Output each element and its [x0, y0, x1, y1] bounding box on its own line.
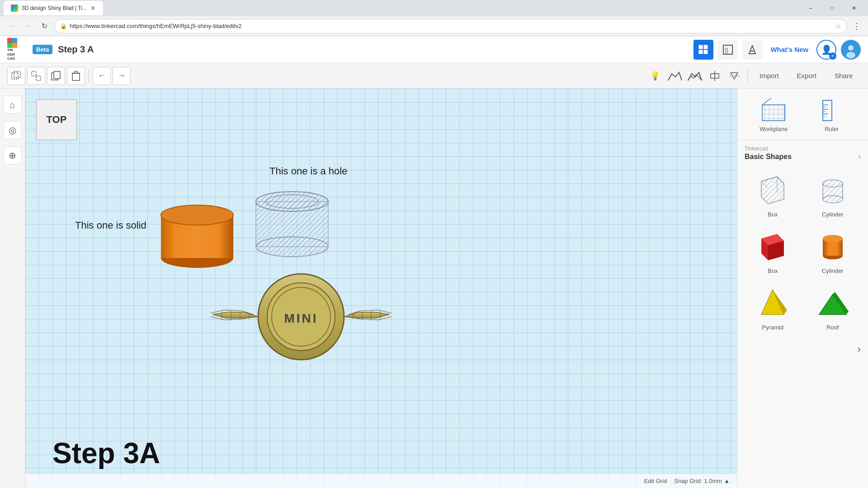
shapes-title: Basic Shapes: [745, 153, 792, 161]
tab-close-icon[interactable]: ✕: [90, 5, 96, 12]
undo-button[interactable]: ←: [93, 67, 111, 85]
grid-view-button[interactable]: [693, 40, 713, 60]
panel-scroll-arrow[interactable]: ›: [737, 340, 868, 359]
red-box-icon: [755, 229, 791, 265]
ungroup-button[interactable]: [27, 67, 45, 85]
label-solid: This one is solid: [75, 220, 146, 231]
sidebar-home-button[interactable]: ⌂: [4, 96, 22, 114]
build-icon: [747, 45, 757, 55]
lock-icon: 🔒: [60, 23, 67, 29]
shape-item-pyramid[interactable]: Pyramid: [745, 282, 801, 334]
snap-value: 1.0mm: [704, 478, 722, 484]
ruler-icon: [818, 96, 845, 123]
whats-new-button[interactable]: What's New: [767, 46, 812, 53]
step-label: Step 3A: [52, 436, 160, 470]
group-icon: [11, 71, 21, 81]
beta-badge: Beta: [33, 45, 52, 54]
duplicate-button[interactable]: [47, 67, 65, 85]
close-button[interactable]: ✕: [844, 1, 864, 15]
orange-cylinder-label: Cylinder: [822, 267, 844, 274]
menu-icon[interactable]: ⋮: [851, 21, 863, 31]
bottom-controls: Edit Grid Snap Grid: 1.0mm ▲: [25, 474, 737, 488]
shape-item-red-box[interactable]: Box: [745, 225, 801, 278]
build-view-button[interactable]: [742, 40, 762, 60]
shape-item-gray-box[interactable]: Box: [745, 169, 801, 221]
sidebar-target-button[interactable]: ◎: [4, 121, 22, 139]
shapes-header: Tinkercad Basic Shapes ›: [737, 140, 868, 163]
forward-button[interactable]: →: [22, 20, 34, 33]
svg-rect-2: [699, 50, 703, 54]
terrain2-icon: [688, 71, 702, 80]
delete-button[interactable]: [67, 67, 85, 85]
mirror-button[interactable]: [726, 67, 744, 85]
gray-cylinder-icon: [815, 172, 851, 208]
code-view-button[interactable]: {}: [718, 40, 738, 60]
snap-grid-label: Snap Grid: 1.0mm ▲: [674, 478, 730, 484]
svg-line-42: [762, 98, 771, 105]
viewport[interactable]: TOP This one is solid This one is a hole: [25, 89, 737, 488]
shapes-dropdown-icon[interactable]: ›: [858, 152, 861, 161]
shape-item-gray-cylinder[interactable]: Cylinder: [805, 169, 861, 221]
bookmark-icon[interactable]: ☆: [835, 22, 841, 30]
svg-rect-10: [12, 73, 18, 79]
group-button[interactable]: [7, 67, 25, 85]
reload-button[interactable]: ↻: [38, 20, 51, 33]
svg-point-9: [846, 52, 855, 58]
import-button[interactable]: Import: [751, 68, 787, 83]
workplane-label: Workplane: [760, 126, 788, 132]
svg-point-8: [848, 45, 854, 51]
minimize-button[interactable]: –: [800, 1, 821, 15]
light-button[interactable]: 💡: [646, 67, 664, 85]
plus-icon: +: [829, 52, 836, 60]
snap-increase-icon[interactable]: ▲: [724, 478, 730, 484]
roof-label: Roof: [826, 324, 839, 331]
url-bar[interactable]: 🔒 https://www.tinkercad.com/things/hEmEW…: [54, 19, 847, 33]
ruler-label: Ruler: [825, 126, 839, 132]
back-button[interactable]: ←: [5, 20, 18, 33]
top-view-box: TOP: [36, 99, 77, 140]
solid-cylinder[interactable]: [156, 188, 238, 271]
edit-grid-button[interactable]: Edit Grid: [644, 478, 667, 484]
gray-cylinder-label: Cylinder: [822, 211, 844, 218]
snap-icon: [710, 71, 720, 81]
export-button[interactable]: Export: [789, 68, 825, 83]
toolbar-separator: [89, 69, 89, 83]
shape-item-roof[interactable]: Roof: [805, 282, 861, 334]
sidebar-download-button[interactable]: ⊕: [4, 146, 22, 164]
snap-button[interactable]: [706, 67, 724, 85]
terrain2-button[interactable]: [686, 67, 704, 85]
header-right: {} What's New 👤 +: [693, 40, 861, 60]
browser-chrome: 3D design Shiny Blad | Ti... ✕ – □ ✕ ← →…: [0, 0, 868, 36]
hole-cylinder[interactable]: [251, 174, 333, 262]
grid-icon: [698, 45, 708, 55]
avatar[interactable]: [841, 40, 861, 60]
roof-icon: [815, 285, 851, 321]
shape-item-orange-cylinder[interactable]: Cylinder: [805, 225, 861, 278]
svg-point-34: [256, 237, 328, 257]
toolbar-right-actions: 💡 Import Export Share: [646, 67, 861, 85]
delete-icon: [72, 71, 80, 81]
top-view-label: TOP: [47, 114, 67, 126]
svg-point-33: [266, 195, 318, 208]
svg-point-59: [823, 180, 843, 187]
avatar-icon: [844, 43, 857, 56]
maximize-button[interactable]: □: [822, 1, 843, 15]
svg-point-28: [161, 205, 233, 225]
user-add-button[interactable]: 👤 +: [816, 40, 836, 60]
svg-rect-15: [54, 71, 60, 79]
redo-button[interactable]: →: [113, 67, 131, 85]
svg-marker-52: [761, 177, 784, 204]
svg-text:MINI: MINI: [284, 311, 318, 325]
ruler-tool[interactable]: Ruler: [803, 96, 861, 132]
share-button[interactable]: Share: [826, 68, 861, 83]
pyramid-icon: [755, 285, 791, 321]
tinkercad-logo[interactable]: TIN KER CAD: [7, 38, 27, 61]
page-title: Step 3 A: [58, 44, 688, 55]
svg-rect-11: [14, 71, 20, 78]
code-icon: {}: [723, 45, 733, 55]
terrain-button[interactable]: [666, 67, 684, 85]
workplane-tool[interactable]: Workplane: [745, 96, 803, 132]
url-text: https://www.tinkercad.com/things/hEmEWrR…: [70, 23, 832, 29]
active-tab[interactable]: 3D design Shiny Blad | Ti... ✕: [4, 1, 103, 15]
svg-rect-1: [704, 45, 708, 49]
